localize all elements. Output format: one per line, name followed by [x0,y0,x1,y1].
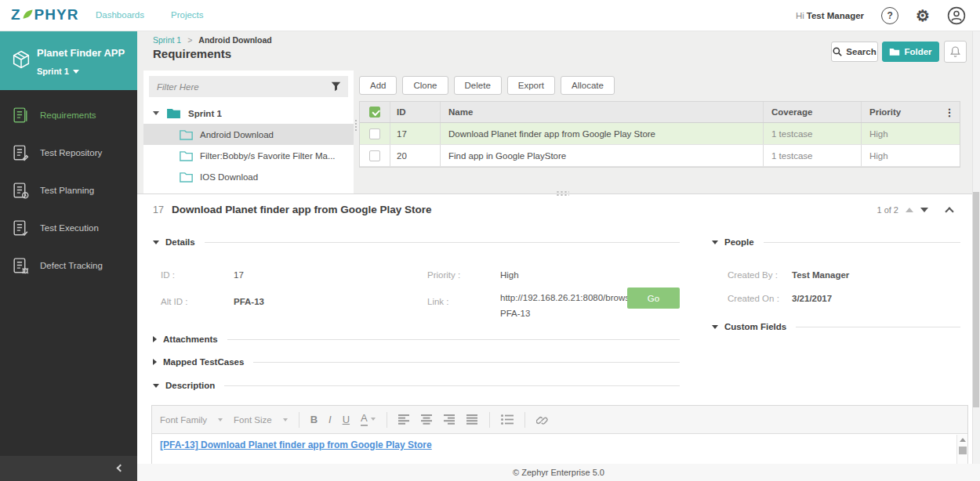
tree-node-android-download[interactable]: Android Download [143,124,354,145]
folder-icon [180,150,193,161]
user-avatar-icon[interactable] [947,6,966,25]
section-mapped-testcases[interactable]: Mapped TestCases [153,357,680,367]
select-all-checkbox[interactable] [369,107,380,118]
user-greeting: HiTest Manager [796,11,864,20]
clone-button[interactable]: Clone [402,76,448,95]
bullet-list-button[interactable] [501,414,514,425]
panel-resize-handle[interactable] [354,119,358,132]
align-justify-button[interactable] [466,414,478,425]
section-custom-fields[interactable]: Custom Fields [712,322,960,331]
zephyr-logo[interactable]: Z PHYR [11,6,78,24]
delete-button[interactable]: Delete [454,76,502,95]
sidebar-item-test-planning[interactable]: Test Planning [0,172,137,209]
link-field-value[interactable]: http://192.168.26.21:8080/browse/PFA-13 [500,291,640,321]
column-header-coverage[interactable]: Coverage [763,102,861,122]
bold-button[interactable]: B [310,414,318,425]
column-header-name[interactable]: Name [440,102,763,122]
sidebar-item-test-repository[interactable]: Test Repository [0,134,137,172]
align-center-button[interactable] [421,414,433,425]
top-bar: Z PHYR Dashboards Projects HiTest Manage… [0,0,980,31]
align-left-button[interactable] [398,414,410,425]
editor-toolbar: Font Family Font Size B I U A [152,406,967,434]
allocate-button[interactable]: Allocate [561,76,615,95]
folder-icon [180,172,193,183]
breadcrumb-separator: > [187,35,192,45]
sidebar-item-requirements[interactable]: Requirements [0,96,137,134]
editor-scrollbar[interactable] [956,435,967,464]
id-field-label: ID : [161,270,175,280]
content-area: Sprint 1 > Android Download Requirements… [137,31,980,481]
sidebar-collapse-bar[interactable] [0,456,137,481]
tree-node-label: Filter:Bobby/s Favorite Filter Ma... [200,151,336,161]
gear-icon[interactable]: ⚙ [916,8,930,24]
breadcrumb-sprint[interactable]: Sprint 1 [153,35,181,45]
filter-input[interactable] [149,76,348,97]
search-button[interactable]: Search [831,42,878,62]
detail-title: Download Planet finder app from Google P… [172,204,432,215]
column-header-id[interactable]: ID [390,102,440,122]
greeting-prefix: Hi [796,11,804,20]
caret-down-icon[interactable] [153,111,159,115]
section-people[interactable]: People [712,237,960,247]
row-checkbox[interactable] [369,150,380,161]
help-icon[interactable]: ? [881,7,898,24]
scroll-up-icon[interactable] [957,435,968,445]
add-button[interactable]: Add [359,76,397,95]
tree-node-ios-download[interactable]: IOS Download [143,166,354,187]
tree-node-filter-bobby[interactable]: Filter:Bobby/s Favorite Filter Ma... [143,145,354,166]
column-header-priority[interactable]: Priority [861,102,939,122]
user-name: Test Manager [807,11,864,20]
previous-item-icon[interactable] [906,208,913,212]
page-scrollbar[interactable] [972,31,980,481]
font-size-label: Font Size [234,415,272,425]
sidebar-item-test-execution[interactable]: Test Execution [0,209,137,247]
test-planning-icon [11,181,31,201]
font-size-dropdown[interactable]: Font Size [234,415,288,425]
filter-icon[interactable] [331,81,341,92]
cell-id: 17 [390,123,440,144]
editor-scrollbar-thumb[interactable] [959,447,967,454]
export-button[interactable]: Export [507,76,555,95]
breadcrumb-current: Android Download [198,35,271,45]
priority-field-value: High [500,270,519,280]
row-checkbox[interactable] [369,128,380,139]
sprint-label: Sprint 1 [37,67,69,76]
page-scrollbar-thumb[interactable] [973,192,979,407]
go-button[interactable]: Go [627,288,680,309]
collapse-panel-icon[interactable] [945,207,953,215]
sidebar-item-defect-tracking[interactable]: Defect Tracking [0,247,137,284]
font-family-dropdown[interactable]: Font Family [160,415,223,425]
align-right-button[interactable] [444,414,456,425]
nav-projects[interactable]: Projects [171,10,204,20]
folder-icon [889,47,900,56]
underline-button[interactable]: U [343,414,350,425]
text-color-button[interactable]: A [361,413,376,425]
section-attachments[interactable]: Attachments [153,335,680,344]
splitter-drag-handle[interactable] [556,190,569,197]
section-label: Custom Fields [724,322,786,331]
caret-right-icon [153,336,157,342]
italic-button[interactable]: I [328,414,332,425]
test-execution-icon [11,219,31,238]
section-details[interactable]: Details [153,237,680,247]
folder-button[interactable]: Folder [882,42,939,62]
page-title: Requirements [153,47,231,60]
notifications-button[interactable] [944,41,967,63]
description-text-area[interactable]: [PFA-13] Download Planet finder app from… [152,434,967,464]
nav-dashboards[interactable]: Dashboards [96,10,144,20]
sidebar-item-label: Test Execution [40,223,99,233]
next-item-icon[interactable] [920,208,928,212]
leaf-icon [22,9,34,20]
table-row[interactable]: 20 Find app in Google PlayStore 1 testca… [360,145,960,167]
column-menu-icon[interactable]: ⋮ [939,107,960,118]
tree-node-sprint[interactable]: Sprint 1 [143,103,354,124]
caret-right-icon [153,359,157,365]
cell-priority: High [861,123,939,144]
alt-id-field-value: PFA-13 [234,297,264,306]
insert-link-button[interactable] [536,414,549,426]
folder-open-icon [166,107,181,119]
table-row[interactable]: 17 Download Planet finder app from Googl… [360,123,960,145]
sidebar-item-label: Requirements [40,110,96,120]
sprint-selector[interactable]: Sprint 1 [37,67,79,76]
section-description[interactable]: Description [153,381,680,390]
